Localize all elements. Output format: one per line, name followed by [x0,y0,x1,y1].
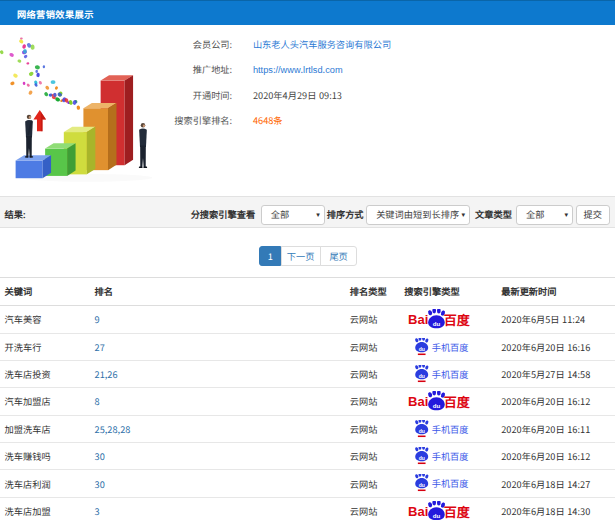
svg-text:du: du [418,455,424,461]
svg-text:du: du [433,321,441,328]
svg-text:手机百度: 手机百度 [431,367,468,381]
svg-text:百度: 百度 [444,310,471,329]
svg-text:手机百度: 手机百度 [431,449,468,463]
svg-text:Bai: Bai [408,313,428,328]
svg-text:百度: 百度 [444,502,471,520]
svg-text:du: du [418,428,424,434]
svg-text:手机百度: 手机百度 [431,340,468,354]
svg-text:Bai: Bai [408,504,428,519]
svg-text:du: du [433,512,441,519]
svg-text:du: du [418,373,424,379]
svg-text:du: du [418,482,424,488]
svg-text:du: du [418,346,424,352]
svg-text:Bai: Bai [408,395,428,410]
svg-text:du: du [433,403,441,410]
svg-text:百度: 百度 [444,392,471,411]
svg-text:手机百度: 手机百度 [431,476,468,490]
svg-text:手机百度: 手机百度 [431,422,468,436]
